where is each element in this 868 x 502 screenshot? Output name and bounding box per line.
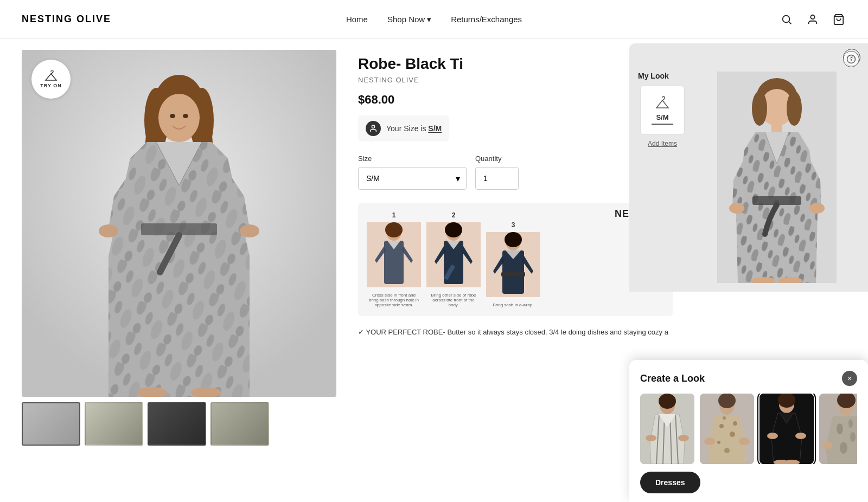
svg-point-65 [678, 435, 689, 441]
step-1-caption: Cross side in front and bring sash throu… [368, 291, 420, 307]
my-look-title: My Look [638, 72, 669, 80]
size-recommendation: Your Size is S/M [358, 115, 449, 141]
svg-point-34 [505, 232, 522, 247]
product-description: ✓ YOUR PERFECT ROBE- Butter so it always… [358, 327, 846, 338]
svg-point-19 [99, 224, 118, 237]
size-rec-icon [366, 121, 381, 136]
svg-point-80 [767, 433, 778, 439]
create-look-header: Create a Look × [640, 371, 857, 386]
svg-point-70 [730, 432, 735, 437]
step-3-num: 3 [512, 221, 515, 229]
create-look-close-button[interactable]: × [842, 371, 857, 386]
step-2-figure [426, 222, 481, 287]
how-to-wrap-section: NESTING 1 [358, 203, 673, 316]
step-2-num: 2 [452, 211, 456, 219]
my-look-section: My Look S/M Add Items [638, 72, 687, 283]
product-image-svg [22, 50, 336, 397]
look-card-2[interactable] [700, 394, 754, 456]
svg-point-74 [723, 416, 726, 420]
svg-point-68 [718, 394, 736, 408]
look-cards-row: › [640, 394, 857, 456]
search-icon[interactable] [779, 12, 794, 27]
svg-point-0 [783, 15, 790, 22]
tryon-panel-header: × [629, 43, 868, 72]
look-card-1[interactable] [640, 394, 694, 456]
thumbnail-4[interactable] [210, 402, 269, 446]
svg-point-54 [809, 203, 825, 214]
svg-point-87 [837, 423, 843, 434]
tryon-panel: × My Look S/M Add Items [629, 43, 868, 292]
size-group: Size XS/S S/M M/L L/XL ▾ [358, 155, 467, 190]
thumbnail-1[interactable] [22, 402, 80, 446]
svg-point-16 [170, 114, 175, 118]
thumbnail-3[interactable] [148, 402, 206, 446]
svg-point-23 [372, 125, 374, 128]
svg-point-69 [719, 424, 724, 428]
quantity-input[interactable] [475, 167, 519, 190]
svg-rect-36 [501, 272, 525, 276]
svg-point-72 [733, 421, 737, 426]
svg-point-53 [729, 203, 744, 214]
svg-line-1 [789, 22, 791, 24]
step-3-figure [486, 232, 540, 297]
thumbnail-2[interactable] [85, 402, 143, 446]
nav-home[interactable]: Home [346, 15, 368, 24]
svg-point-76 [739, 437, 750, 445]
size-label: Size [358, 155, 467, 163]
try-on-button[interactable]: TRY ON [31, 60, 71, 99]
create-look-title: Create a Look [640, 373, 705, 384]
size-rec-text: Your Size is S/M [386, 124, 442, 133]
nav-shop[interactable]: Shop Now ▾ [387, 15, 431, 24]
quantity-group: Quantity [475, 155, 519, 190]
svg-point-91 [822, 441, 833, 449]
svg-point-15 [158, 94, 200, 141]
main-product-image: TRY ON [22, 50, 336, 397]
svg-point-64 [646, 435, 656, 441]
svg-point-26 [385, 222, 403, 237]
svg-point-73 [724, 448, 730, 453]
main-nav: Home Shop Now ▾ Returns/Exchanges [346, 15, 522, 24]
svg-point-89 [840, 442, 847, 454]
look-card-4[interactable] [819, 394, 857, 456]
svg-point-88 [850, 432, 856, 442]
add-items-link[interactable]: Add Items [648, 140, 677, 147]
svg-point-17 [183, 114, 188, 118]
svg-point-81 [795, 433, 806, 439]
svg-point-50 [787, 91, 802, 126]
avatar-container [694, 72, 859, 283]
nav-returns[interactable]: Returns/Exchanges [451, 15, 522, 24]
size-rec-value: S/M [428, 124, 442, 133]
account-icon[interactable] [805, 12, 820, 27]
svg-point-2 [810, 15, 814, 18]
thumbnail-row [22, 402, 336, 446]
step-1-num: 1 [392, 211, 396, 219]
avatar-svg [717, 72, 837, 283]
quantity-label: Quantity [475, 155, 519, 163]
my-look-underline [652, 124, 674, 125]
svg-point-75 [704, 437, 715, 445]
step-2-caption: Bring other side of robe across the fron… [428, 291, 480, 307]
step-1-figure [367, 222, 421, 287]
step-1: 1 Cross side in front [367, 211, 421, 307]
create-look-panel: Create a Look × [629, 360, 868, 456]
step-3: 3 Bring [486, 221, 540, 307]
product-images-section: TRY ON [22, 50, 336, 446]
cart-icon[interactable] [831, 12, 846, 27]
my-look-card[interactable]: S/M [640, 86, 685, 134]
header-icons [779, 12, 846, 27]
svg-point-71 [717, 441, 720, 444]
site-logo[interactable]: NESTING OLIVE [22, 14, 111, 25]
site-header: NESTING OLIVE Home Shop Now ▾ Returns/Ex… [0, 0, 868, 39]
size-select[interactable]: XS/S S/M M/L L/XL [358, 167, 467, 190]
svg-point-49 [752, 91, 767, 126]
size-select-wrapper: XS/S S/M M/L L/XL ▾ [358, 167, 467, 190]
step-3-caption: Bring sash in a-wrap. [493, 300, 533, 307]
step-2: 2 Bring other side of [426, 211, 481, 307]
look-card-3[interactable] [760, 394, 814, 456]
try-on-label: TRY ON [40, 83, 62, 88]
svg-point-90 [848, 419, 853, 428]
svg-point-59 [659, 394, 676, 409]
svg-point-30 [445, 222, 462, 237]
chevron-down-icon: ▾ [427, 15, 431, 24]
info-icon[interactable] [843, 51, 859, 67]
